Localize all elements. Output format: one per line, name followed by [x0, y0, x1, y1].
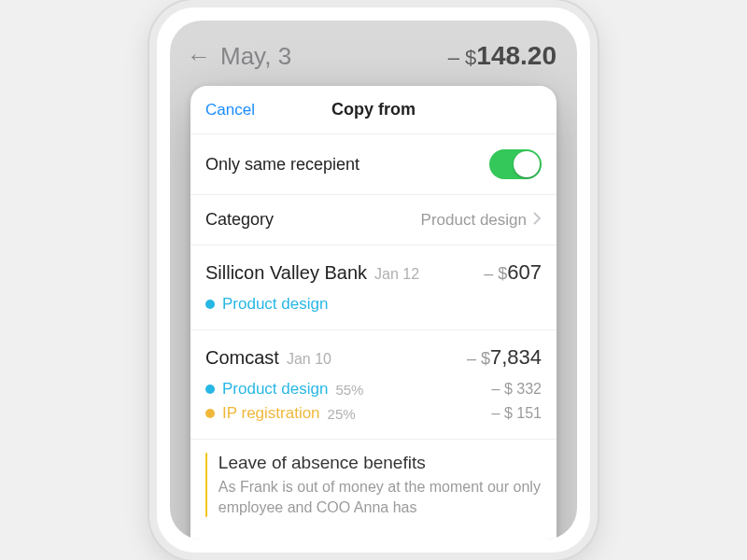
category-tag: Product design — [205, 292, 542, 316]
transaction-row[interactable]: ComcastJan 10– $7,834Product design55%– … — [190, 330, 557, 440]
transaction-row[interactable]: Sillicon Valley BankJan 12– $607Product … — [190, 245, 557, 330]
category-tag: Product design55%– $ 332 — [205, 377, 542, 401]
category-label: Product design — [222, 380, 328, 399]
bg-date-title: May, 3 — [220, 42, 448, 71]
bg-total: – $148.20 — [448, 41, 557, 71]
category-tag: IP registration25%– $ 151 — [205, 401, 542, 426]
back-icon[interactable]: ← — [187, 42, 211, 71]
sheet-header: Cancel Copy from — [190, 86, 557, 134]
category-percent: 55% — [335, 382, 363, 398]
chevron-right-icon — [532, 210, 542, 230]
category-subamount: – $ 151 — [492, 405, 542, 422]
only-same-recipient-label: Only same recepient — [205, 155, 359, 175]
screen: ← May, 3 – $148.20 U Di M D ry dit — [170, 21, 577, 539]
note-block: Leave of absence benefitsAs Frank is out… — [190, 440, 557, 530]
only-same-recipient-toggle[interactable] — [489, 149, 542, 179]
category-value: Product design — [421, 211, 527, 230]
copy-from-sheet: Cancel Copy from Only same recepient Cat… — [190, 86, 557, 539]
bg-header: ← May, 3 – $148.20 — [170, 21, 577, 84]
transaction-amount: – $607 — [484, 260, 542, 285]
phone-frame: ← May, 3 – $148.20 U Di M D ry dit — [149, 0, 598, 560]
transaction-list: Sillicon Valley BankJan 12– $607Product … — [190, 245, 557, 539]
category-subamount: – $ 332 — [492, 381, 542, 398]
category-label: Product design — [222, 295, 328, 314]
category-label: Category — [205, 210, 274, 230]
sheet-title: Copy from — [331, 100, 416, 119]
transaction-date: Jan 12 — [374, 266, 419, 282]
note-accent-bar — [205, 453, 207, 517]
note-title: Leave of absence benefits — [218, 453, 542, 473]
note-body: As Frank is out of money at the moment o… — [218, 477, 542, 517]
cancel-button[interactable]: Cancel — [205, 101, 255, 119]
category-row[interactable]: Category Product design — [190, 195, 557, 245]
category-label: IP registration — [222, 404, 320, 423]
bg-total-prefix: – $ — [448, 46, 477, 69]
transaction-date: Jan 10 — [287, 351, 331, 367]
category-dot-icon — [205, 409, 215, 418]
bg-total-value: 148.20 — [476, 41, 557, 70]
transaction-amount: – $7,834 — [467, 345, 542, 370]
category-dot-icon — [205, 385, 215, 394]
category-percent: 25% — [328, 406, 356, 422]
category-dot-icon — [205, 300, 215, 309]
transaction-name: Sillicon Valley Bank — [205, 262, 367, 283]
transaction-name: Comcast — [205, 347, 279, 368]
only-same-recipient-row: Only same recepient — [190, 134, 557, 195]
